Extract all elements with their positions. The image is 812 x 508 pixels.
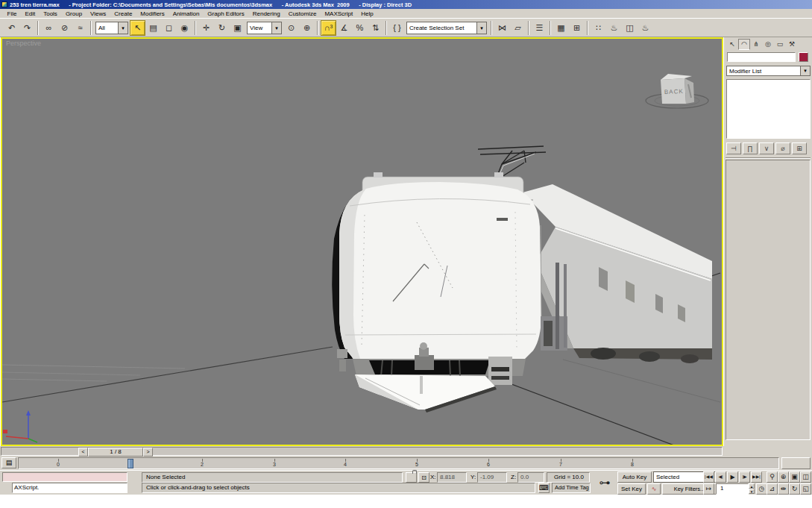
select-object-icon[interactable]: ↖ (130, 20, 145, 36)
train-model[interactable] (332, 146, 712, 413)
pan-icon[interactable]: ⇹ (778, 483, 789, 495)
menu-graph-editors[interactable]: Graph Editors (204, 10, 248, 17)
menu-edit[interactable]: Edit (21, 10, 40, 17)
arc-rotate-icon[interactable]: ↻ (789, 483, 800, 495)
title-bar[interactable]: 253 tren tierra.max - Project Folder: C:… (0, 0, 812, 9)
min-max-toggle-icon[interactable]: ◱ (800, 483, 811, 495)
named-selection-set-dropdown[interactable]: Create Selection Set ▾ (406, 22, 487, 34)
maxscript-mini-listener[interactable]: AXScript. (12, 483, 128, 493)
spinner-snap-icon[interactable]: ⇅ (368, 20, 383, 36)
selection-lock-toggle[interactable] (406, 472, 417, 483)
schematic-view-icon[interactable]: ⊞ (569, 20, 585, 36)
select-and-scale-icon[interactable]: ▣ (230, 20, 245, 36)
menu-maxscript[interactable]: MAXScript (321, 10, 357, 17)
make-unique-icon[interactable]: ∨ (759, 142, 774, 154)
menu-customize[interactable]: Customize (284, 10, 321, 17)
tab-motion-icon[interactable]: ◎ (762, 39, 774, 50)
menu-modifiers[interactable]: Modifiers (136, 10, 169, 17)
viewport-3d-scene[interactable]: BACK (2, 39, 722, 445)
chevron-down-icon[interactable]: ▾ (800, 66, 810, 75)
z-coordinate-field[interactable]: 0.0 (517, 472, 544, 483)
rectangular-selection-region-icon[interactable]: ◻ (161, 20, 177, 36)
mirror-icon[interactable]: ⋈ (494, 20, 510, 36)
view-cube[interactable]: BACK (646, 74, 708, 108)
reference-coordinate-dropdown[interactable]: View ▾ (247, 22, 282, 34)
mini-curve-editor-button[interactable]: ▤ (1, 457, 16, 468)
menu-group[interactable]: Group (61, 10, 86, 17)
zoom-extents-all-icon[interactable]: ◫ (800, 471, 811, 483)
go-to-start-button[interactable]: |◀◀ (703, 471, 714, 483)
align-icon[interactable]: ▱ (510, 20, 526, 36)
menu-file[interactable]: File (3, 10, 21, 17)
track-bar-ruler[interactable]: 0 1 2 3 4 5 6 7 8 (18, 457, 779, 469)
current-frame-marker[interactable] (128, 459, 133, 468)
zoom-icon[interactable]: ⚲ (767, 471, 778, 483)
time-slider-frame-label[interactable]: 1 / 8 (88, 448, 143, 457)
menu-help[interactable]: Help (357, 10, 377, 17)
rendered-frame-window-icon[interactable]: ◫ (622, 20, 638, 36)
add-time-tag-field[interactable]: Add Time Tag (552, 483, 591, 493)
named-selection-sets-icon[interactable]: { } (389, 20, 405, 36)
zoom-extents-icon[interactable]: ▣ (789, 471, 800, 483)
curve-editor-icon[interactable]: ▦ (553, 20, 569, 36)
next-frame-arrow-icon[interactable]: > (143, 448, 153, 457)
menu-views[interactable]: Views (86, 10, 110, 17)
default-tangent-icon[interactable]: ∿ (647, 483, 661, 495)
spinner-up-icon[interactable]: ▴ (749, 483, 755, 489)
next-frame-button[interactable]: |▶ (739, 471, 750, 483)
bind-to-space-warp-icon[interactable]: ≈ (72, 20, 88, 36)
time-configuration-button[interactable]: ◷ (756, 483, 767, 495)
frame-spinner[interactable]: ▴ ▾ (749, 483, 755, 495)
tab-create-icon[interactable]: ↖ (726, 39, 738, 50)
previous-frame-button[interactable]: ◀| (715, 471, 726, 483)
set-key-button[interactable]: Set Key (617, 483, 646, 495)
time-slider-track[interactable]: < 1 / 8 > (1, 447, 723, 456)
chevron-down-icon[interactable]: ▾ (271, 22, 281, 34)
menu-rendering[interactable]: Rendering (248, 10, 284, 17)
perspective-viewport[interactable]: BACK Perspective (1, 37, 723, 446)
show-end-result-icon[interactable]: ∏ (743, 142, 758, 154)
absolute-mode-toggle[interactable]: ⊡ (418, 472, 429, 483)
chevron-down-icon[interactable]: ▾ (118, 22, 128, 34)
menu-animation[interactable]: Animation (169, 10, 204, 17)
rollout-area[interactable] (726, 160, 811, 440)
percent-snap-icon[interactable]: % (352, 20, 368, 36)
quick-render-icon[interactable]: ♨ (638, 20, 653, 36)
modifier-list-dropdown[interactable]: Modifier List ▾ (726, 66, 811, 76)
set-keys-key-icon[interactable]: ⊶ (596, 476, 614, 489)
use-pivot-point-center-icon[interactable]: ⊙ (283, 20, 299, 36)
zoom-all-icon[interactable]: ⊕ (778, 471, 789, 483)
remove-modifier-icon[interactable]: ⌀ (775, 142, 790, 154)
redo-icon[interactable]: ↷ (19, 20, 35, 36)
select-and-link-icon[interactable]: ∞ (41, 20, 57, 36)
snap-toggle-3d-icon[interactable]: ∩³ (321, 20, 336, 36)
select-and-manipulate-icon[interactable]: ⊕ (299, 20, 315, 36)
viewport-label[interactable]: Perspective (6, 40, 41, 47)
angle-snap-icon[interactable]: ∡ (336, 20, 352, 36)
macro-recorder-field[interactable] (2, 472, 128, 482)
go-to-end-button[interactable]: ▶▶| (751, 471, 762, 483)
menu-tools[interactable]: Tools (40, 10, 62, 17)
modifier-stack-list[interactable] (726, 79, 811, 139)
tab-hierarchy-icon[interactable]: ⋔ (750, 39, 762, 50)
field-of-view-icon[interactable]: ⊿ (767, 483, 778, 495)
object-color-swatch[interactable] (799, 52, 808, 62)
y-coordinate-field[interactable]: -1.09 (477, 472, 507, 483)
auto-key-button[interactable]: Auto Key (617, 471, 652, 483)
window-crossing-icon[interactable]: ◉ (177, 20, 192, 36)
object-name-field[interactable] (727, 52, 796, 62)
chevron-down-icon[interactable]: ▾ (476, 22, 486, 34)
menu-create[interactable]: Create (110, 10, 136, 17)
material-editor-icon[interactable]: ∷ (591, 20, 606, 36)
tab-utilities-icon[interactable]: ⚒ (786, 39, 798, 50)
configure-modifier-sets-icon[interactable]: ⊞ (792, 142, 807, 154)
time-slider-handle[interactable]: < 1 / 8 > (78, 448, 153, 457)
undo-icon[interactable]: ↶ (4, 20, 19, 36)
tab-modify-icon[interactable]: ◠ (738, 39, 750, 50)
spinner-down-icon[interactable]: ▾ (749, 489, 755, 494)
previous-frame-arrow-icon[interactable]: < (78, 448, 88, 457)
pin-stack-icon[interactable]: ⊣ (726, 142, 741, 154)
key-mode-toggle[interactable]: ↦ (703, 483, 714, 495)
select-and-rotate-icon[interactable]: ↻ (214, 20, 230, 36)
x-coordinate-field[interactable]: 8.818 (437, 472, 467, 483)
